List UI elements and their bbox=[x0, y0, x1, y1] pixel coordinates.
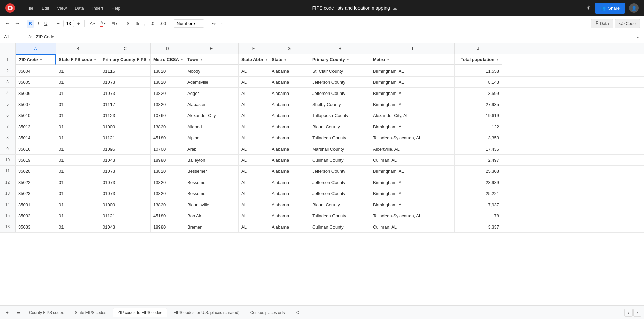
borders-button[interactable]: ⊞ ▾ bbox=[109, 20, 119, 27]
font-size-decrease[interactable]: − bbox=[55, 20, 62, 27]
comma-button[interactable]: , bbox=[142, 20, 147, 27]
cell-4-E[interactable]: Adger bbox=[184, 88, 239, 99]
cell-3-G[interactable]: Alabama bbox=[269, 77, 309, 87]
cell-5-J[interactable]: 27,935 bbox=[455, 99, 502, 110]
cell-8-E[interactable]: Alpine bbox=[184, 132, 239, 143]
cell-10-D[interactable]: 18980 bbox=[151, 155, 184, 165]
header-cell-D1[interactable]: Metro CBSA ▼ bbox=[151, 54, 184, 65]
cell-4-H[interactable]: Jefferson County bbox=[309, 88, 370, 99]
cell-16-C[interactable]: 01043 bbox=[100, 221, 151, 232]
cell-11-E[interactable]: Bessemer bbox=[184, 166, 239, 177]
cell-10-F[interactable]: AL bbox=[239, 155, 269, 165]
filter-icon-A[interactable]: ▼ bbox=[39, 58, 43, 62]
cell-4-G[interactable]: Alabama bbox=[269, 88, 309, 99]
cell-13-E[interactable]: Bessemer bbox=[184, 188, 239, 199]
cell-6-A[interactable]: 35010 bbox=[16, 110, 56, 121]
cell-8-D[interactable]: 45180 bbox=[151, 132, 184, 143]
cell-13-I[interactable]: Birmingham, AL bbox=[370, 188, 455, 199]
filter-icon-I[interactable]: ▼ bbox=[386, 58, 390, 61]
cell-15-I[interactable]: Talladega-Sylacauga, AL bbox=[370, 210, 455, 221]
percent-button[interactable]: % bbox=[133, 20, 141, 27]
cell-12-J[interactable]: 23,989 bbox=[455, 177, 502, 188]
col-header-C[interactable]: C bbox=[100, 43, 151, 54]
cell-16-G[interactable]: Alabama bbox=[269, 221, 309, 232]
cell-14-E[interactable]: Blountsville bbox=[184, 199, 239, 210]
col-header-G[interactable]: G bbox=[269, 43, 309, 54]
cell-5-G[interactable]: Alabama bbox=[269, 99, 309, 110]
cell-9-E[interactable]: Arab bbox=[184, 143, 239, 154]
filter-icon-D[interactable]: ▼ bbox=[180, 58, 184, 61]
cell-4-B[interactable]: 01 bbox=[56, 88, 100, 99]
menu-view[interactable]: View bbox=[54, 4, 70, 13]
cell-4-D[interactable]: 13820 bbox=[151, 88, 184, 99]
cell-10-J[interactable]: 2,497 bbox=[455, 155, 502, 165]
cell-11-J[interactable]: 25,308 bbox=[455, 166, 502, 177]
cell-12-E[interactable]: Bessemer bbox=[184, 177, 239, 188]
cell-9-J[interactable]: 17,435 bbox=[455, 143, 502, 154]
cell-13-F[interactable]: AL bbox=[239, 188, 269, 199]
cell-13-C[interactable]: 01073 bbox=[100, 188, 151, 199]
cell-11-A[interactable]: 35020 bbox=[16, 166, 56, 177]
cell-5-F[interactable]: AL bbox=[239, 99, 269, 110]
cell-13-H[interactable]: Jefferson County bbox=[309, 188, 370, 199]
cell-6-F[interactable]: AL bbox=[239, 110, 269, 121]
tab-next-button[interactable]: › bbox=[633, 309, 641, 317]
col-header-F[interactable]: F bbox=[239, 43, 269, 54]
italic-button[interactable]: I bbox=[35, 20, 41, 27]
cell-11-I[interactable]: Birmingham, AL bbox=[370, 166, 455, 177]
cell-7-C[interactable]: 01009 bbox=[100, 121, 151, 132]
cell-10-C[interactable]: 01043 bbox=[100, 155, 151, 165]
cell-8-A[interactable]: 35014 bbox=[16, 132, 56, 143]
cell-5-E[interactable]: Alabaster bbox=[184, 99, 239, 110]
cell-6-B[interactable]: 01 bbox=[56, 110, 100, 121]
cell-14-A[interactable]: 35031 bbox=[16, 199, 56, 210]
cell-4-A[interactable]: 35006 bbox=[16, 88, 56, 99]
cell-10-I[interactable]: Cullman, AL bbox=[370, 155, 455, 165]
cell-14-H[interactable]: Blount County bbox=[309, 199, 370, 210]
cell-4-C[interactable]: 01073 bbox=[100, 88, 151, 99]
cell-5-D[interactable]: 13820 bbox=[151, 99, 184, 110]
cell-3-E[interactable]: Adamsville bbox=[184, 77, 239, 87]
cell-15-A[interactable]: 35032 bbox=[16, 210, 56, 221]
cell-2-G[interactable]: Alabama bbox=[269, 65, 309, 76]
cell-2-D[interactable]: 13820 bbox=[151, 65, 184, 76]
cell-9-A[interactable]: 35016 bbox=[16, 143, 56, 154]
cell-2-I[interactable]: Birmingham, AL bbox=[370, 65, 455, 76]
cell-9-C[interactable]: 01095 bbox=[100, 143, 151, 154]
cell-5-I[interactable]: Birmingham, AL bbox=[370, 99, 455, 110]
cell-10-A[interactable]: 35019 bbox=[16, 155, 56, 165]
header-cell-E1[interactable]: Town ▼ bbox=[184, 54, 239, 65]
header-cell-F1[interactable]: State Abbr ▼ bbox=[239, 54, 269, 65]
menu-help[interactable]: Help bbox=[108, 4, 124, 13]
cell-2-H[interactable]: St. Clair County bbox=[309, 65, 370, 76]
cell-16-J[interactable]: 3,337 bbox=[455, 221, 502, 232]
col-header-H[interactable]: H bbox=[309, 43, 370, 54]
cell-3-B[interactable]: 01 bbox=[56, 77, 100, 87]
cell-15-D[interactable]: 45180 bbox=[151, 210, 184, 221]
cell-11-B[interactable]: 01 bbox=[56, 166, 100, 177]
cell-2-A[interactable]: 35004 bbox=[16, 65, 56, 76]
cell-8-I[interactable]: Talladega-Sylacauga, AL bbox=[370, 132, 455, 143]
cell-11-D[interactable]: 13820 bbox=[151, 166, 184, 177]
cell-8-J[interactable]: 3,353 bbox=[455, 132, 502, 143]
cell-reference[interactable]: A1 bbox=[4, 34, 24, 39]
cell-14-D[interactable]: 13820 bbox=[151, 199, 184, 210]
cell-16-A[interactable]: 35033 bbox=[16, 221, 56, 232]
cell-16-H[interactable]: Cullman County bbox=[309, 221, 370, 232]
cell-7-B[interactable]: 01 bbox=[56, 121, 100, 132]
header-cell-A1[interactable]: ZIP Code ▼ bbox=[16, 54, 56, 65]
tab-fips-places[interactable]: FIPS codes for U.S. places (curated) bbox=[169, 308, 244, 317]
cell-13-D[interactable]: 13820 bbox=[151, 188, 184, 199]
cell-8-G[interactable]: Alabama bbox=[269, 132, 309, 143]
cell-15-F[interactable]: AL bbox=[239, 210, 269, 221]
cell-7-I[interactable]: Birmingham, AL bbox=[370, 121, 455, 132]
col-header-I[interactable]: I bbox=[370, 43, 455, 54]
cell-2-F[interactable]: AL bbox=[239, 65, 269, 76]
cell-5-C[interactable]: 01117 bbox=[100, 99, 151, 110]
filter-icon-B[interactable]: ▼ bbox=[93, 58, 97, 61]
app-logo[interactable] bbox=[5, 3, 15, 13]
sheet-menu-button[interactable]: ☰ bbox=[14, 308, 23, 317]
cell-7-H[interactable]: Blount County bbox=[309, 121, 370, 132]
tab-county-fips[interactable]: County FIPS codes bbox=[24, 308, 69, 317]
cell-15-E[interactable]: Bon Air bbox=[184, 210, 239, 221]
